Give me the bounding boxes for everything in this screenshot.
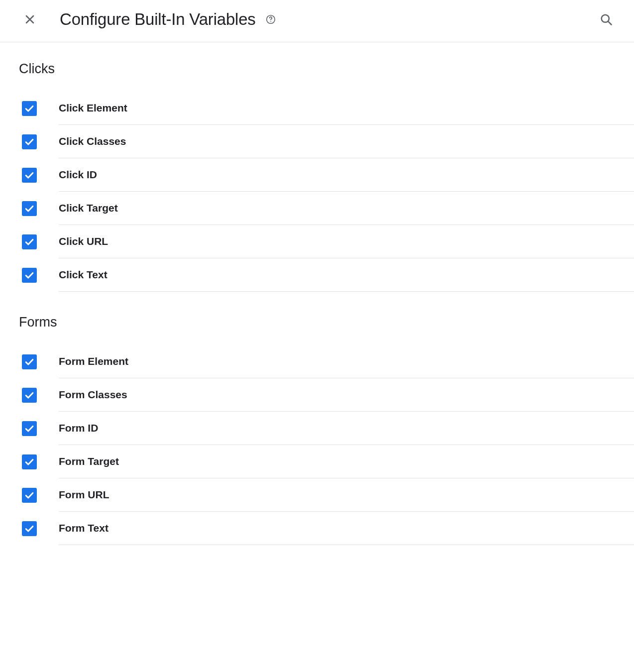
variable-label: Form Text [59,522,108,534]
variable-row[interactable]: Form URL [19,478,634,512]
checkbox-click-url[interactable] [22,234,37,249]
section-forms: Forms Form Element Form Classes Form ID [19,315,634,545]
variable-row[interactable]: Form ID [19,412,634,445]
close-button[interactable] [23,12,37,26]
check-icon [24,423,35,434]
dialog-title: Configure Built-In Variables [60,10,256,29]
check-icon [24,390,35,401]
checkbox-form-target[interactable] [22,454,37,469]
checkbox-form-classes[interactable] [22,388,37,403]
variable-label: Click ID [59,169,97,181]
variable-label-wrap: Form Text [59,512,634,545]
checkbox-click-classes[interactable] [22,134,37,149]
variable-label: Click Target [59,202,118,214]
checkbox-click-text[interactable] [22,268,37,283]
svg-line-5 [608,21,611,24]
variable-label: Form Target [59,455,119,467]
help-button[interactable] [265,13,277,25]
variable-label-wrap: Form URL [59,478,634,512]
variable-label: Click Classes [59,135,126,147]
section-title: Clicks [19,61,634,77]
variable-label: Form ID [59,422,98,434]
variable-row[interactable]: Form Target [19,445,634,478]
variable-label: Form Element [59,355,128,367]
check-icon [24,523,35,534]
variable-label-wrap: Form Target [59,445,634,478]
check-icon [24,490,35,501]
variable-label: Click URL [59,235,108,247]
dialog-header: Configure Built-In Variables [0,0,634,42]
variable-label: Form URL [59,489,109,501]
variable-label-wrap: Form Element [59,345,634,378]
variable-row[interactable]: Click Element [19,92,634,125]
check-icon [24,103,35,114]
section-title: Forms [19,315,634,330]
section-clicks: Clicks Click Element Click Classes Click… [19,61,634,292]
dialog-content: Clicks Click Element Click Classes Click… [0,42,634,545]
variable-row[interactable]: Form Classes [19,378,634,412]
check-icon [24,236,35,247]
variable-label-wrap: Click Classes [59,125,634,158]
checkbox-form-text[interactable] [22,521,37,536]
checkbox-click-target[interactable] [22,201,37,216]
check-icon [24,456,35,467]
search-icon [599,12,613,26]
search-button[interactable] [598,11,614,27]
variable-row[interactable]: Form Element [19,345,634,378]
variable-row[interactable]: Form Text [19,512,634,545]
variable-row[interactable]: Click Text [19,258,634,292]
check-icon [24,203,35,214]
check-icon [24,136,35,147]
check-icon [24,170,35,181]
variable-row[interactable]: Click Classes [19,125,634,158]
variable-label-wrap: Click Target [59,192,634,225]
checkbox-form-url[interactable] [22,488,37,503]
check-icon [24,356,35,367]
variable-label: Click Element [59,102,127,114]
check-icon [24,270,35,281]
checkbox-form-id[interactable] [22,421,37,436]
checkbox-click-element[interactable] [22,101,37,116]
close-icon [24,13,36,25]
variable-row[interactable]: Click ID [19,158,634,192]
checkbox-click-id[interactable] [22,168,37,183]
variable-row[interactable]: Click Target [19,192,634,225]
variable-label-wrap: Form Classes [59,378,634,412]
variable-label: Form Classes [59,389,127,401]
checkbox-form-element[interactable] [22,354,37,369]
variable-label-wrap: Click Text [59,258,634,292]
variable-label-wrap: Click ID [59,158,634,192]
variable-label: Click Text [59,269,107,281]
svg-point-3 [270,21,271,22]
variable-label-wrap: Click URL [59,225,634,258]
variable-label-wrap: Click Element [59,92,634,125]
variable-row[interactable]: Click URL [19,225,634,258]
help-icon [265,14,276,25]
variable-label-wrap: Form ID [59,412,634,445]
